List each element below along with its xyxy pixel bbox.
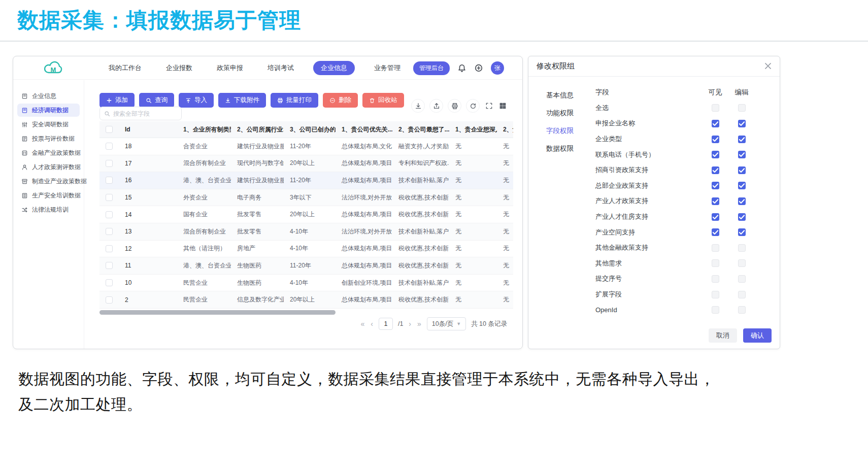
nav-item-企业报数[interactable]: 企业报数: [161, 61, 197, 75]
下载附件-button[interactable]: 下载附件: [218, 93, 266, 108]
select-all-checkbox[interactable]: [106, 126, 113, 133]
permission-tab-功能权限[interactable]: 功能权限: [546, 109, 574, 118]
share-up-icon[interactable]: [429, 99, 443, 113]
column-header[interactable]: 2、贵公司最想了...: [392, 125, 449, 134]
row-checkbox[interactable]: [106, 279, 113, 286]
edit-checkbox[interactable]: [738, 259, 746, 267]
nav-item-企业信息[interactable]: 企业信息: [313, 61, 355, 75]
table-row[interactable]: 2民营企业信息及数字化产业20年以上总体规划布局,项目...税收优惠,技术创新.…: [99, 291, 513, 309]
nav-item-政策申报[interactable]: 政策申报: [212, 61, 248, 75]
row-checkbox[interactable]: [106, 296, 113, 304]
fullscreen-icon[interactable]: [484, 102, 493, 111]
row-checkbox[interactable]: [106, 143, 113, 150]
cancel-button[interactable]: 取消: [709, 328, 737, 343]
table-row[interactable]: 13混合所有制企业批发零售4-10年法治环境,对外开放...技术创新补贴,落户.…: [99, 223, 513, 241]
row-checkbox[interactable]: [106, 211, 113, 218]
sidebar-item-企业信息[interactable]: 企业信息: [17, 89, 80, 103]
visible-checkbox[interactable]: [712, 244, 719, 252]
edit-checkbox[interactable]: [738, 197, 746, 205]
column-header[interactable]: 1、贵公司优先关...: [336, 125, 392, 134]
row-checkbox[interactable]: [106, 160, 113, 167]
page-size-select[interactable]: 10条/页 ▼: [427, 317, 466, 330]
sidebar-item-制造业产业政策数据[interactable]: 制造业产业政策数据: [17, 175, 80, 188]
sidebar-item-生产安全培训数据[interactable]: 生产安全培训数据: [17, 189, 80, 202]
permission-tab-基本信息[interactable]: 基本信息: [546, 91, 574, 100]
grid-icon[interactable]: [498, 102, 507, 111]
column-header[interactable]: 1、企业所有制类型:: [177, 125, 231, 134]
column-header[interactable]: Id: [119, 126, 177, 133]
visible-checkbox[interactable]: [712, 275, 719, 283]
next-page-button[interactable]: ›: [408, 320, 412, 328]
visible-checkbox[interactable]: [712, 306, 719, 314]
sidebar-item-安全调研数据[interactable]: 安全调研数据: [17, 118, 80, 131]
row-checkbox[interactable]: [106, 262, 113, 269]
删除-button[interactable]: 删除: [323, 93, 358, 108]
visible-checkbox[interactable]: [712, 120, 719, 127]
table-row[interactable]: 12其他（请注明）房地产4-10年总体规划布局,项目...税收优惠,技术创新..…: [99, 241, 513, 258]
table-row[interactable]: 14国有企业批发零售20年以上总体规划布局,项目...税收优惠,技术创新...无…: [99, 206, 513, 223]
visible-checkbox[interactable]: [712, 228, 719, 236]
visible-checkbox[interactable]: [712, 136, 719, 143]
nav-item-业务管理[interactable]: 业务管理: [369, 61, 406, 75]
sidebar-item-经济调研数据[interactable]: 经济调研数据: [17, 104, 80, 117]
edit-checkbox[interactable]: [738, 182, 746, 189]
sidebar-item-人才政策测评数据[interactable]: 人才政策测评数据: [17, 160, 80, 174]
edit-checkbox[interactable]: [738, 104, 746, 112]
edit-checkbox[interactable]: [738, 275, 746, 283]
close-icon[interactable]: [763, 61, 773, 71]
sidebar-item-投票与评价数据[interactable]: 投票与评价数据: [17, 132, 80, 145]
visible-checkbox[interactable]: [712, 166, 719, 174]
sidebar-item-金融产业政策数据[interactable]: 金融产业政策数据: [17, 146, 80, 159]
column-header[interactable]: 3、公司已创办的...: [284, 125, 336, 134]
edit-checkbox[interactable]: [738, 228, 746, 236]
edit-checkbox[interactable]: [738, 306, 746, 314]
edit-checkbox[interactable]: [738, 151, 746, 158]
edit-checkbox[interactable]: [738, 120, 746, 127]
table-row[interactable]: 10民营企业生物医药4-10年创新创业环境,项目...技术创新补贴,落户...无…: [99, 275, 513, 292]
添加-button[interactable]: 添加: [99, 93, 135, 108]
current-page[interactable]: 1: [379, 318, 393, 330]
prev-page-button[interactable]: ‹: [370, 320, 374, 328]
visible-checkbox[interactable]: [712, 213, 719, 221]
refresh-icon[interactable]: [466, 99, 480, 113]
admin-console-button[interactable]: 管理后台: [413, 61, 450, 75]
last-page-button[interactable]: »: [417, 320, 422, 328]
回收站-button[interactable]: 回收站: [362, 93, 404, 108]
horizontal-scrollbar[interactable]: [99, 310, 513, 315]
sidebar-item-法律法规培训[interactable]: 法律法规培训: [17, 203, 80, 216]
row-checkbox[interactable]: [106, 228, 113, 235]
row-checkbox[interactable]: [106, 194, 113, 201]
printer-icon[interactable]: [448, 99, 461, 113]
visible-checkbox[interactable]: [712, 291, 719, 298]
edit-checkbox[interactable]: [738, 244, 746, 252]
permission-tab-字段权限[interactable]: 字段权限: [546, 126, 574, 136]
nav-item-我的工作台[interactable]: 我的工作台: [104, 61, 147, 75]
查询-button[interactable]: 查询: [139, 93, 174, 108]
批量打印-button[interactable]: 批量打印: [271, 93, 318, 108]
visible-checkbox[interactable]: [712, 197, 719, 205]
row-checkbox[interactable]: [106, 177, 113, 184]
column-header[interactable]: 1、贵企业想深入...: [449, 125, 497, 134]
confirm-button[interactable]: 确认: [743, 328, 772, 343]
row-checkbox[interactable]: [106, 245, 113, 252]
visible-checkbox[interactable]: [712, 259, 719, 267]
bell-icon[interactable]: [457, 63, 466, 73]
table-row[interactable]: 16港、澳、台资企业建筑行业及物业服务11-20年总体规划布局,项目...技术创…: [99, 172, 513, 189]
导入-button[interactable]: 导入: [179, 93, 214, 108]
user-avatar[interactable]: 张: [491, 61, 504, 75]
column-header[interactable]: 2、贵: [497, 125, 513, 134]
visible-checkbox[interactable]: [712, 151, 719, 158]
table-row[interactable]: 18合资企业建筑行业及物业服务11-20年总体规划布局,文化...融资支持,人才…: [99, 138, 513, 155]
download-icon[interactable]: [411, 99, 425, 113]
visible-checkbox[interactable]: [712, 182, 719, 189]
search-input[interactable]: [113, 110, 174, 117]
column-header[interactable]: 2、公司所属行业:: [231, 125, 284, 134]
circle-plus-icon[interactable]: [474, 63, 483, 73]
table-row[interactable]: 11港、澳、台资企业生物医药11-20年总体规划布局,项目...税收优惠,技术创…: [99, 257, 513, 275]
table-row[interactable]: 17混合所有制企业现代时尚与数字创意20年以上总体规划布局,项目...专利和知识…: [99, 155, 513, 173]
first-page-button[interactable]: «: [360, 320, 365, 328]
edit-checkbox[interactable]: [738, 136, 746, 143]
scrollbar-thumb[interactable]: [99, 310, 336, 315]
table-row[interactable]: 15外资企业电子商务3年以下法治环境,对外开放税收优惠,技术创新...无无: [99, 189, 513, 207]
edit-checkbox[interactable]: [738, 291, 746, 298]
